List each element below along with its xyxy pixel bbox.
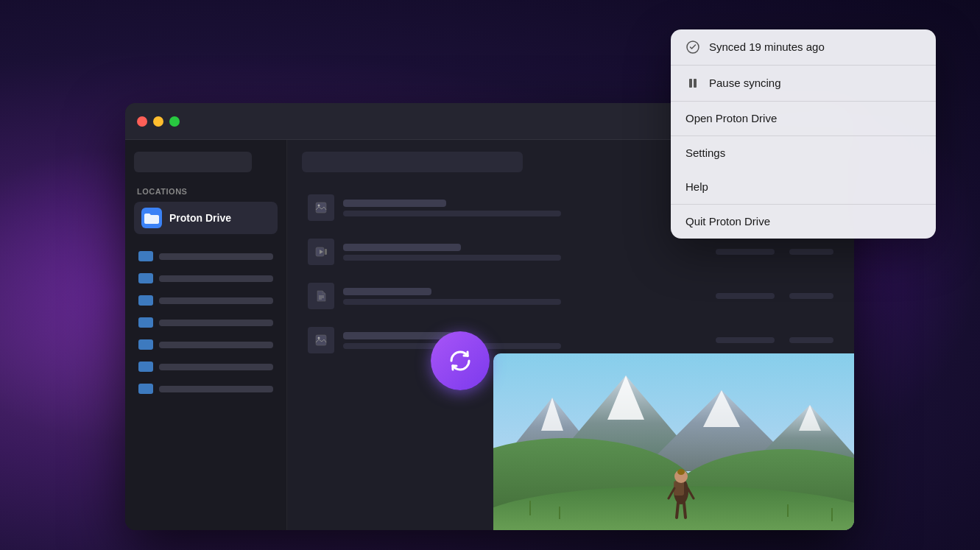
file-meta bbox=[343, 299, 561, 305]
list-item bbox=[134, 290, 278, 311]
item-text bbox=[159, 320, 273, 326]
item-icon bbox=[138, 362, 153, 372]
pause-label-text: Pause syncing bbox=[709, 77, 781, 90]
svg-rect-37 bbox=[694, 79, 697, 88]
file-extra bbox=[716, 249, 833, 255]
svg-rect-5 bbox=[325, 249, 327, 255]
file-row[interactable] bbox=[302, 275, 839, 317]
svg-rect-36 bbox=[689, 79, 692, 88]
item-text bbox=[159, 364, 273, 370]
open-label-text: Open Proton Drive bbox=[685, 112, 777, 125]
file-size bbox=[789, 249, 833, 255]
item-icon bbox=[138, 273, 153, 283]
document-icon bbox=[314, 289, 328, 303]
image-icon-2 bbox=[314, 334, 328, 347]
menu-item-help[interactable]: Help bbox=[671, 170, 936, 204]
proton-drive-label: Proton Drive bbox=[169, 212, 231, 224]
item-icon bbox=[138, 295, 153, 306]
file-icon-image bbox=[308, 194, 334, 221]
context-menu: Synced 19 minutes ago Pause syncing Open… bbox=[671, 29, 936, 239]
list-item bbox=[134, 334, 278, 355]
file-date bbox=[716, 337, 775, 343]
settings-label-text: Settings bbox=[685, 147, 725, 160]
item-icon bbox=[138, 384, 153, 394]
file-meta bbox=[343, 211, 561, 216]
video-icon bbox=[314, 245, 328, 258]
file-name bbox=[343, 288, 431, 295]
file-info bbox=[343, 288, 707, 305]
list-item bbox=[134, 356, 278, 377]
file-name bbox=[343, 244, 461, 251]
item-icon bbox=[138, 251, 153, 261]
svg-point-10 bbox=[318, 337, 320, 339]
svg-line-28 bbox=[684, 503, 685, 518]
file-date bbox=[716, 249, 775, 255]
check-circle-icon bbox=[685, 40, 700, 54]
menu-item-open[interactable]: Open Proton Drive bbox=[671, 102, 936, 135]
item-text bbox=[159, 253, 273, 260]
photo-preview bbox=[493, 353, 854, 530]
svg-point-2 bbox=[318, 205, 320, 207]
file-info bbox=[343, 244, 707, 261]
file-name bbox=[343, 332, 454, 339]
item-text bbox=[159, 342, 273, 348]
menu-item-settings[interactable]: Settings bbox=[671, 136, 936, 170]
image-icon bbox=[314, 201, 328, 214]
synced-label-text: Synced 19 minutes ago bbox=[709, 40, 825, 54]
file-info bbox=[343, 200, 707, 216]
file-icon-doc bbox=[308, 283, 334, 309]
sidebar: Locations Proton Drive bbox=[125, 140, 287, 530]
sidebar-section-label: Locations bbox=[134, 187, 278, 196]
item-icon bbox=[138, 317, 153, 328]
file-meta bbox=[343, 255, 561, 261]
list-item bbox=[134, 378, 278, 399]
sidebar-item-proton-drive[interactable]: Proton Drive bbox=[134, 202, 278, 234]
menu-item-pause[interactable]: Pause syncing bbox=[671, 66, 936, 101]
file-date bbox=[716, 293, 775, 299]
menu-item-quit[interactable]: Quit Proton Drive bbox=[671, 205, 936, 239]
file-extra bbox=[716, 337, 833, 343]
file-icon-image2 bbox=[308, 327, 334, 353]
svg-line-27 bbox=[677, 503, 678, 518]
quit-label-text: Quit Proton Drive bbox=[685, 215, 770, 228]
file-size bbox=[789, 337, 833, 343]
main-toolbar bbox=[302, 152, 523, 172]
item-text bbox=[159, 386, 273, 392]
close-button[interactable] bbox=[137, 116, 147, 127]
help-label-text: Help bbox=[685, 180, 708, 194]
list-item bbox=[134, 246, 278, 267]
proton-folder-icon bbox=[141, 208, 162, 228]
file-name bbox=[343, 200, 446, 207]
list-item bbox=[134, 268, 278, 289]
file-size bbox=[789, 293, 833, 299]
sync-button[interactable] bbox=[431, 331, 490, 390]
maximize-button[interactable] bbox=[169, 116, 180, 127]
mountain-landscape bbox=[493, 353, 854, 530]
sidebar-search bbox=[134, 152, 252, 172]
sync-icon bbox=[445, 346, 475, 376]
item-text bbox=[159, 275, 273, 282]
file-info bbox=[343, 332, 707, 349]
list-item bbox=[134, 312, 278, 333]
file-icon-video bbox=[308, 239, 334, 265]
menu-item-synced: Synced 19 minutes ago bbox=[671, 29, 936, 65]
svg-point-26 bbox=[677, 469, 685, 475]
item-text bbox=[159, 297, 273, 304]
pause-icon bbox=[685, 76, 700, 91]
file-extra bbox=[716, 293, 833, 299]
item-icon bbox=[138, 339, 153, 350]
minimize-button[interactable] bbox=[153, 116, 163, 127]
